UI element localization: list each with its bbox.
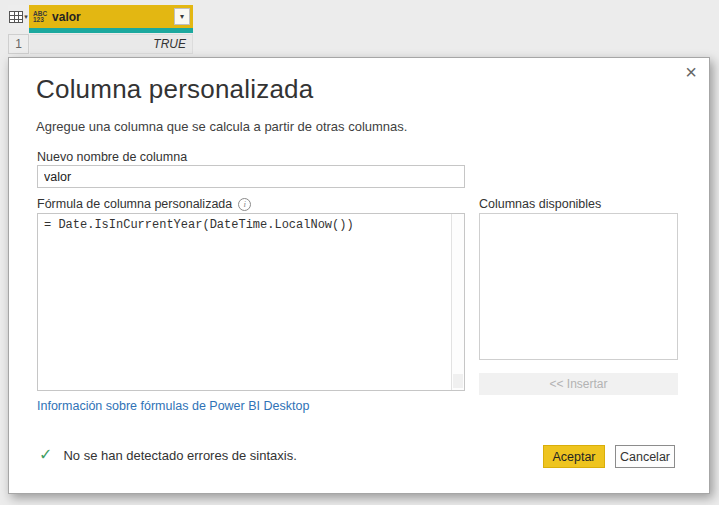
cancel-button[interactable]: Cancelar (615, 445, 675, 468)
column-name: valor (52, 10, 174, 24)
available-columns-listbox[interactable] (479, 213, 678, 360)
column-filter-button[interactable]: ▾ (174, 8, 190, 25)
check-icon: ✓ (39, 447, 52, 463)
dialog-subtitle: Agregue una columna que se calcula a par… (36, 119, 407, 134)
close-icon[interactable]: × (685, 62, 697, 82)
available-columns-label: Columnas disponibles (479, 197, 601, 211)
row-number-cell[interactable]: 1 (8, 34, 29, 54)
formula-scrollbar[interactable] (451, 214, 464, 390)
column-selection-bar (29, 28, 193, 33)
new-column-name-label: Nuevo nombre de columna (37, 150, 187, 164)
chevron-down-icon: ▾ (180, 12, 184, 21)
syntax-status: ✓ No se han detectado errores de sintaxi… (39, 447, 297, 463)
formula-label: Fórmula de columna personalizada (37, 197, 232, 211)
custom-column-dialog: × Columna personalizada Agregue una colu… (8, 57, 710, 494)
syntax-status-message: No se han detectado errores de sintaxis. (63, 448, 296, 463)
table-corner-button[interactable]: ▾ (8, 5, 29, 28)
dialog-title: Columna personalizada (36, 74, 313, 105)
formula-help-link[interactable]: Información sobre fórmulas de Power BI D… (37, 399, 309, 413)
table-cell-value[interactable]: TRUE (30, 34, 193, 54)
info-icon[interactable]: i (238, 198, 251, 211)
formula-label-row: Fórmula de columna personalizada i (37, 197, 251, 211)
table-icon (9, 11, 23, 23)
accept-button[interactable]: Aceptar (543, 445, 605, 468)
column-header-valor[interactable]: ABC 123 valor ▾ (29, 5, 193, 28)
formula-textarea[interactable]: = Date.IsInCurrentYear(DateTime.LocalNow… (38, 214, 451, 390)
formula-editor: = Date.IsInCurrentYear(DateTime.LocalNow… (37, 213, 465, 391)
insert-button[interactable]: << Insertar (479, 373, 678, 395)
chevron-down-icon: ▾ (24, 13, 28, 20)
new-column-name-input[interactable] (37, 165, 465, 188)
datatype-abc123-icon: ABC 123 (33, 11, 47, 23)
